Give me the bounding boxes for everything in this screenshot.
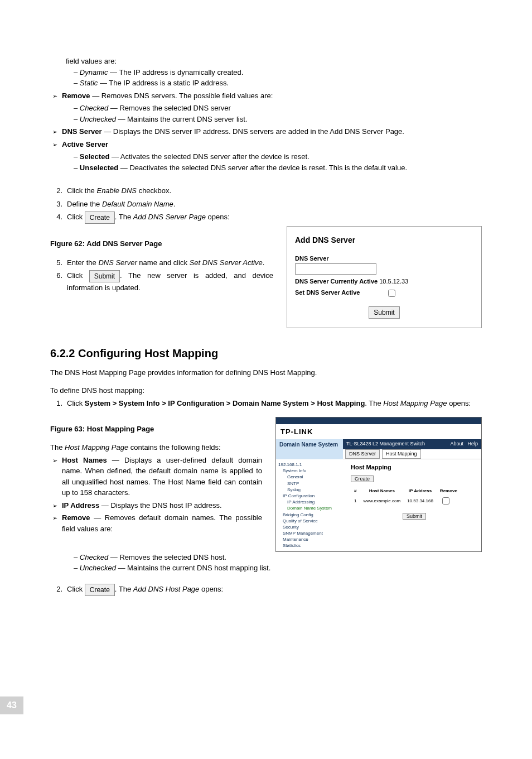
remove-unchecked-label: Unchecked (80, 115, 116, 123)
tree-sntp[interactable]: SNTP (287, 481, 345, 487)
create-button[interactable]: Create (85, 212, 115, 224)
fig62-dns-server-input[interactable] (295, 263, 376, 275)
fig63-tab-host-mapping[interactable]: Host Mapping (382, 449, 421, 459)
remove-checked-label: Checked (80, 104, 108, 112)
tree-bridging[interactable]: Bridging Config (283, 512, 345, 518)
tree-ip-config[interactable]: IP Configuration (283, 493, 345, 499)
step5-mid: name and click (137, 258, 190, 267)
step4-mid: . The (115, 213, 133, 221)
create-button-2[interactable]: Create (85, 584, 115, 596)
section-p2: To define DNS host mapping: (50, 385, 482, 396)
s1-prefix: Click (67, 399, 85, 407)
selected-row: – Selected — Activates the selected DNS … (74, 151, 482, 162)
remove-item: ➢ Remove — Removes DNS servers. The poss… (50, 90, 482, 102)
fig63-th-ip: IP Address (404, 487, 437, 495)
active-server-item: ➢ Active Server (50, 139, 482, 150)
fig62-submit-button[interactable]: Submit (369, 306, 399, 319)
unselected-row: – Unselected — Deactivates the selected … (74, 162, 482, 174)
dns-server-desc: — Displays the DNS server IP address. DN… (102, 127, 404, 136)
fig63-row-remove-checkbox[interactable] (442, 497, 449, 505)
figure-63-box: TP-LINK Domain Name System TL-SL3428 L2 … (275, 417, 482, 552)
s1-bold: System > System Info > IP Configuration … (85, 399, 365, 407)
step5-em1: DNS Server (98, 258, 137, 267)
fig63-table: # Host Names IP Address Remove 1 www.exa… (351, 487, 461, 507)
fig63-tab-dns-server[interactable]: DNS Server (345, 449, 380, 459)
step3-suffix: . (173, 200, 176, 208)
remove-checked-row: – Checked — Removes the selected DNS ser… (74, 103, 482, 114)
step-5: 5. Enter the DNS Server name and click S… (50, 257, 273, 268)
hm-ip-label: IP Address (62, 501, 99, 510)
fig63-row-host: www.example.com (360, 495, 404, 507)
hm-intro: The Host Mapping Page contains the follo… (50, 442, 262, 453)
tree-qos[interactable]: Quality of Service (283, 518, 345, 524)
step4-prefix: Click (67, 213, 85, 221)
bullet-arrow-icon: ➢ (52, 501, 57, 511)
hm-checked-desc: — Removes the selected DNS host. (108, 553, 226, 561)
fig63-row-num: 1 (351, 495, 360, 507)
fig63-create-button[interactable]: Create (351, 475, 374, 482)
remove-label: Remove (62, 92, 90, 100)
hm-remove-item: ➢ Remove — Removes default domain names.… (50, 512, 262, 534)
hm-unchecked-desc: — Maintains the current DNS host mapping… (116, 564, 270, 572)
step4-suffix: opens: (206, 213, 230, 221)
static-label: Static (80, 79, 98, 87)
step2-suffix: checkbox. (137, 186, 171, 195)
fig62-set-active-checkbox[interactable] (388, 290, 395, 297)
fig63-submit-button[interactable]: Submit (403, 513, 426, 520)
s1-suffix: opens: (447, 399, 471, 407)
s2-prefix: Click (67, 585, 85, 593)
s2-em: Add DNS Host Page (133, 585, 200, 593)
s1-mid: . The (365, 399, 383, 407)
bullet-arrow-icon: ➢ (52, 140, 57, 150)
selected-label: Selected (80, 152, 109, 161)
tree-maintenance[interactable]: Maintenance (283, 536, 345, 542)
step-4: 4. Click Create. The Add DNS Server Page… (50, 212, 482, 224)
tree-security[interactable]: Security (283, 524, 345, 530)
remove-unchecked-row: – Unchecked — Maintains the current DNS … (74, 114, 482, 125)
dns-server-item: ➢ DNS Server — Displays the DNS server I… (50, 126, 482, 137)
bullet-arrow-icon: ➢ (52, 456, 57, 465)
fig62-active-label: DNS Server Currently Active (295, 277, 378, 286)
fig63-th-num: # (351, 487, 360, 495)
fig63-breadcrumb: Domain Name System (276, 439, 343, 459)
step4-em: Add DNS Server Page (133, 213, 206, 221)
hm-step-1: 1. Click System > System Info > IP Confi… (50, 398, 482, 409)
fig63-mgmt: TL-SL3428 L2 Management Switch (346, 440, 425, 448)
hm-ip-item: ➢ IP Address — Displays the DNS host IP … (50, 500, 262, 511)
s2-suffix: opens: (199, 585, 223, 593)
hm-unchecked-row: – Unchecked — Maintains the current DNS … (74, 563, 482, 574)
tree-general[interactable]: General (287, 474, 345, 480)
hm-unchecked-label: Unchecked (80, 564, 116, 572)
step3-em: Default Domain Name (102, 200, 173, 208)
tree-syslog[interactable]: Syslog (287, 487, 345, 493)
dynamic-desc: — The IP address is dynamically created. (108, 68, 243, 76)
figure-63-caption: Figure 63: Host Mapping Page (50, 424, 262, 435)
fig62-title: Add DNS Server (295, 234, 473, 246)
bullet-arrow-icon: ➢ (52, 513, 57, 523)
submit-button[interactable]: Submit (89, 270, 120, 282)
tree-root[interactable]: 192.168.1.1 (278, 462, 345, 468)
fig63-help-link[interactable]: Help (467, 441, 478, 446)
fig63-logo: TP-LINK (276, 424, 481, 440)
tree-statistics[interactable]: Statistics (283, 542, 345, 549)
dynamic-row: – Dynamic — The IP address is dynamicall… (74, 67, 482, 78)
tree-dns[interactable]: Domain Name System (287, 505, 345, 511)
fig63-row-ip: 10.53.34.168 (404, 495, 437, 507)
tree-ip-addressing[interactable]: IP Addressing (287, 499, 345, 505)
step2-em: Enable DNS (96, 186, 137, 195)
tree-snmp[interactable]: SNMP Management (283, 530, 345, 536)
bullet-arrow-icon: ➢ (52, 92, 57, 101)
hm-ip-desc: — Displays the DNS host IP address. (99, 501, 221, 510)
hm-remove-desc: — Removes default domain names. The poss… (62, 513, 262, 533)
step-3: 3. Define the Default Domain Name. (50, 199, 482, 210)
tree-system-info[interactable]: System Info (283, 468, 345, 474)
step5-em2: Set DNS Server Active (190, 258, 263, 267)
s2-mid: . The (115, 585, 133, 593)
hm-checked-label: Checked (80, 553, 108, 561)
hm-step-2: 2. Click Create. The Add DNS Host Page o… (50, 584, 482, 596)
fig63-tree: 192.168.1.1 System Info General SNTP Sys… (276, 459, 347, 551)
dns-server-label: DNS Server (62, 127, 102, 136)
step2-prefix: Click the (67, 186, 96, 195)
table-row: 1 www.example.com 10.53.34.168 (351, 495, 461, 507)
fig63-about-link[interactable]: About (450, 441, 463, 446)
